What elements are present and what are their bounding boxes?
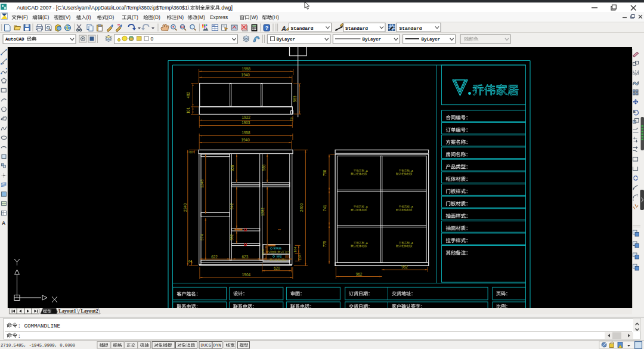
svg-text:741: 741 — [323, 205, 327, 211]
svg-text:-A: -A — [365, 169, 367, 172]
svg-text:2400: 2400 — [299, 203, 304, 212]
svg-text:750: 750 — [323, 169, 327, 176]
svg-text:623: 623 — [242, 255, 249, 259]
svg-text:Layout2: Layout2 — [80, 308, 98, 314]
svg-text:ByLayer: ByLayer — [422, 37, 441, 42]
svg-text:1248: 1248 — [200, 179, 204, 188]
svg-text:-A: -A — [410, 169, 413, 172]
svg-text:588: 588 — [262, 164, 266, 171]
svg-text:(D): (D) — [153, 14, 160, 20]
svg-text:(O): (O) — [107, 14, 114, 20]
svg-text:1940: 1940 — [241, 138, 250, 142]
svg-text:2710.5495, -1945.9909, 0.000: 2710.5495, -1945.9909, 0.0000 — [1, 343, 75, 348]
svg-text:1904: 1904 — [242, 273, 251, 277]
svg-text:334: 334 — [261, 249, 265, 255]
svg-text:608: 608 — [230, 165, 234, 171]
svg-text:101: 101 — [186, 107, 190, 113]
svg-text:(门): (门) — [286, 251, 291, 254]
svg-text:1958: 1958 — [242, 131, 250, 135]
svg-text:-A: -A — [410, 242, 413, 245]
svg-text:ByLayer: ByLayer — [277, 37, 296, 42]
svg-text:164: 164 — [298, 254, 302, 260]
svg-text:.dwg]: .dwg] — [220, 5, 233, 11]
svg-text:Standard: Standard — [400, 26, 422, 31]
svg-text:942: 942 — [230, 203, 234, 209]
svg-text:(M): (M) — [197, 14, 205, 20]
svg-text:(N): (N) — [177, 14, 184, 20]
svg-text:1940: 1940 — [242, 73, 250, 77]
svg-text:Layout1: Layout1 — [58, 308, 76, 314]
svg-text:2340: 2340 — [183, 203, 187, 212]
svg-text:88: 88 — [285, 255, 289, 258]
svg-text:620: 620 — [274, 266, 280, 270]
svg-text:1282: 1282 — [261, 207, 265, 216]
svg-text:AutoCAD 2007 - [C:\Users\yami\: AutoCAD 2007 - [C:\Users\yami\AppData\Lo… — [17, 5, 190, 11]
svg-text:Standard: Standard — [345, 26, 368, 31]
svg-text:ByLayer: ByLayer — [363, 37, 382, 42]
svg-text:482: 482 — [186, 92, 190, 98]
svg-text:622: 622 — [211, 255, 218, 259]
svg-text:-A: -A — [365, 205, 367, 208]
svg-text:-A: -A — [365, 242, 367, 245]
svg-text:AutoCAD: AutoCAD — [5, 37, 24, 42]
svg-text:974: 974 — [200, 234, 204, 240]
svg-text:(V): (V) — [64, 14, 70, 20]
svg-text:302: 302 — [230, 234, 234, 240]
svg-text:60: 60 — [189, 150, 193, 154]
svg-text:(I): (I) — [86, 14, 91, 20]
svg-text:1903: 1903 — [242, 121, 250, 125]
svg-text:1922: 1922 — [242, 115, 251, 119]
svg-text:-A: -A — [410, 205, 413, 208]
svg-text:?: ? — [265, 24, 268, 31]
svg-text:(W): (W) — [250, 14, 258, 20]
svg-text:0: 0 — [151, 36, 154, 42]
svg-text:(F): (F) — [21, 14, 28, 20]
svg-text:A: A — [281, 25, 286, 32]
svg-text:(T): (T) — [132, 14, 138, 20]
svg-text:(E): (E) — [42, 14, 49, 20]
svg-text:: COMMANDLINE: : COMMANDLINE — [17, 323, 60, 329]
svg-text:64: 64 — [188, 260, 192, 263]
svg-text:DYN: DYN — [213, 343, 221, 348]
svg-text:1958: 1958 — [242, 67, 251, 71]
svg-text::: : — [17, 333, 21, 339]
svg-text:775: 775 — [323, 240, 327, 247]
svg-text:962: 962 — [401, 265, 408, 269]
svg-text:583: 583 — [293, 95, 297, 102]
svg-text:962: 962 — [356, 272, 363, 276]
svg-text:DUCS: DUCS — [201, 343, 212, 348]
svg-text:A: A — [2, 220, 5, 226]
svg-text:(H): (H) — [272, 14, 279, 20]
svg-text:Standard: Standard — [291, 26, 314, 31]
svg-text:164: 164 — [293, 246, 297, 252]
svg-text:Express: Express — [210, 14, 228, 20]
